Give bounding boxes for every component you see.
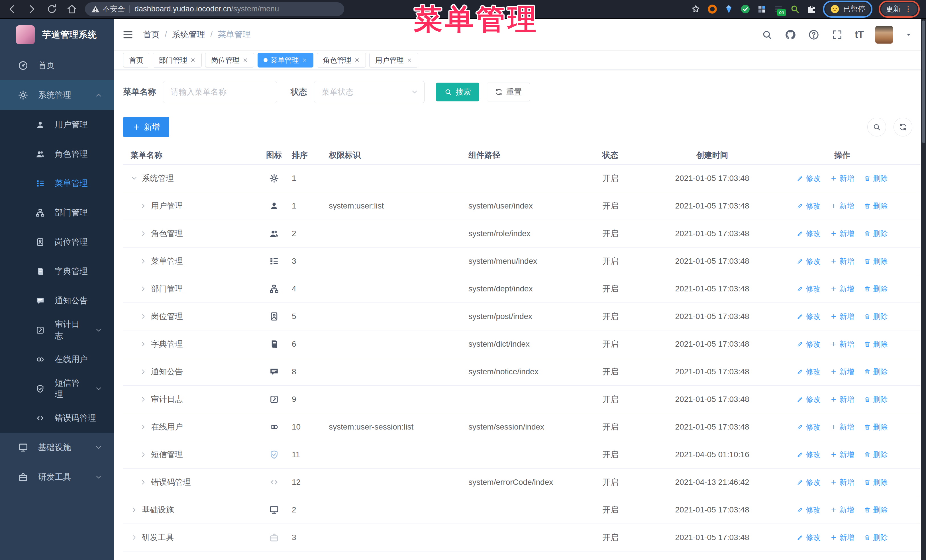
- expand-caret-right-icon[interactable]: [139, 451, 147, 458]
- row-edit-link[interactable]: 修改: [797, 422, 820, 432]
- security-warning-icon[interactable]: [91, 5, 100, 14]
- row-edit-link[interactable]: 修改: [797, 257, 820, 266]
- expand-caret-right-icon[interactable]: [139, 340, 147, 348]
- toggle-search-button[interactable]: [867, 118, 886, 136]
- sidebar-item-通知公告[interactable]: 通知公告: [0, 286, 114, 315]
- fullscreen-icon[interactable]: [831, 29, 843, 41]
- ext-on-icon[interactable]: on: [773, 4, 784, 14]
- row-edit-link[interactable]: 修改: [797, 477, 820, 488]
- row-edit-link[interactable]: 修改: [797, 312, 820, 322]
- user-avatar[interactable]: [875, 26, 893, 44]
- back-icon[interactable]: [6, 3, 18, 15]
- expand-caret-right-icon[interactable]: [139, 423, 147, 431]
- sidebar-item-错误码管理[interactable]: 错误码管理: [0, 403, 114, 433]
- tab-部门管理[interactable]: 部门管理: [153, 53, 202, 68]
- row-add-link[interactable]: 新增: [830, 174, 854, 183]
- address-bar[interactable]: 不安全 dashboard.yudao.iocoder.cn/system/me…: [85, 2, 344, 16]
- ext-orange-icon[interactable]: [707, 4, 717, 14]
- row-delete-link[interactable]: 删除: [864, 229, 888, 239]
- expand-caret-right-icon[interactable]: [139, 395, 147, 403]
- row-edit-link[interactable]: 修改: [797, 505, 820, 515]
- search-button[interactable]: 搜索: [436, 83, 479, 101]
- ext-green-check-icon[interactable]: [740, 4, 750, 14]
- sidebar-item-研发工具[interactable]: 研发工具: [0, 462, 114, 492]
- sidebar-item-用户管理[interactable]: 用户管理: [0, 110, 114, 139]
- row-edit-link[interactable]: 修改: [797, 367, 820, 377]
- refresh-table-button[interactable]: [894, 118, 912, 136]
- expand-caret-right-icon[interactable]: [139, 258, 147, 265]
- row-add-link[interactable]: 新增: [830, 505, 854, 515]
- row-delete-link[interactable]: 删除: [864, 450, 888, 460]
- row-delete-link[interactable]: 删除: [864, 201, 888, 211]
- row-delete-link[interactable]: 删除: [864, 257, 888, 266]
- expand-caret-right-icon[interactable]: [139, 368, 147, 376]
- expand-caret-right-icon[interactable]: [130, 534, 138, 541]
- row-add-link[interactable]: 新增: [830, 394, 854, 405]
- row-delete-link[interactable]: 删除: [864, 367, 888, 377]
- forward-icon[interactable]: [26, 3, 38, 15]
- row-delete-link[interactable]: 删除: [864, 339, 888, 349]
- row-add-link[interactable]: 新增: [830, 422, 854, 432]
- row-add-link[interactable]: 新增: [830, 367, 854, 377]
- sidebar-collapse-icon[interactable]: [122, 29, 134, 41]
- ext-grid-icon[interactable]: [757, 4, 767, 14]
- sidebar-item-基础设施[interactable]: 基础设施: [0, 433, 114, 462]
- row-delete-link[interactable]: 删除: [864, 505, 888, 515]
- row-delete-link[interactable]: 删除: [864, 477, 888, 488]
- sidebar-logo-row[interactable]: 芋道管理系统: [0, 19, 114, 51]
- sidebar-item-角色管理[interactable]: 角色管理: [0, 139, 114, 169]
- row-delete-link[interactable]: 删除: [864, 533, 888, 543]
- home-icon[interactable]: [66, 3, 77, 15]
- ext-magnifier-icon[interactable]: [790, 4, 800, 14]
- search-icon[interactable]: [761, 29, 773, 41]
- row-add-link[interactable]: 新增: [830, 450, 854, 460]
- expand-caret-right-icon[interactable]: [130, 506, 138, 513]
- font-size-icon[interactable]: tT: [855, 29, 863, 41]
- expand-caret-right-icon[interactable]: [139, 230, 147, 237]
- close-icon[interactable]: [354, 57, 360, 63]
- sidebar-item-审计日志[interactable]: 审计日志: [0, 315, 114, 345]
- row-add-link[interactable]: 新增: [830, 229, 854, 239]
- row-add-link[interactable]: 新增: [830, 284, 854, 294]
- row-delete-link[interactable]: 删除: [864, 174, 888, 183]
- sidebar-item-系统管理[interactable]: 系统管理: [0, 80, 114, 110]
- row-edit-link[interactable]: 修改: [797, 201, 820, 211]
- tab-菜单管理[interactable]: 菜单管理: [257, 53, 313, 68]
- row-edit-link[interactable]: 修改: [797, 394, 820, 405]
- row-edit-link[interactable]: 修改: [797, 450, 820, 460]
- profile-paused-chip[interactable]: 已暂停: [825, 3, 870, 16]
- expand-caret-right-icon[interactable]: [139, 285, 147, 293]
- sidebar-item-部门管理[interactable]: 部门管理: [0, 198, 114, 227]
- expand-caret-right-icon[interactable]: [139, 313, 147, 320]
- sidebar-item-首页[interactable]: 首页: [0, 51, 114, 80]
- row-edit-link[interactable]: 修改: [797, 533, 820, 543]
- tab-角色管理[interactable]: 角色管理: [317, 53, 366, 68]
- sidebar-item-字典管理[interactable]: 字典管理: [0, 257, 114, 286]
- close-icon[interactable]: [407, 57, 412, 63]
- add-menu-button[interactable]: 新增: [123, 117, 169, 137]
- sidebar-item-菜单管理[interactable]: 菜单管理: [0, 169, 114, 198]
- row-edit-link[interactable]: 修改: [797, 284, 820, 294]
- row-delete-link[interactable]: 删除: [864, 312, 888, 322]
- row-add-link[interactable]: 新增: [830, 477, 854, 488]
- close-icon[interactable]: [190, 57, 196, 63]
- reset-button[interactable]: 重置: [487, 83, 530, 101]
- browser-scrollbar[interactable]: [921, 19, 926, 560]
- ext-gem-icon[interactable]: [724, 4, 734, 14]
- tab-用户管理[interactable]: 用户管理: [369, 53, 418, 68]
- row-edit-link[interactable]: 修改: [797, 339, 820, 349]
- tab-岗位管理[interactable]: 岗位管理: [205, 53, 254, 68]
- close-icon[interactable]: [302, 57, 307, 63]
- browser-menu-dots-icon[interactable]: [904, 5, 912, 14]
- github-icon[interactable]: [785, 29, 796, 41]
- row-delete-link[interactable]: 删除: [864, 422, 888, 432]
- row-delete-link[interactable]: 删除: [864, 284, 888, 294]
- breadcrumb-item-首页[interactable]: 首页: [143, 29, 160, 41]
- row-add-link[interactable]: 新增: [830, 312, 854, 322]
- row-add-link[interactable]: 新增: [830, 257, 854, 266]
- row-edit-link[interactable]: 修改: [797, 174, 820, 183]
- sidebar-item-在线用户[interactable]: 在线用户: [0, 345, 114, 374]
- browser-update-button[interactable]: 更新: [881, 3, 917, 16]
- avatar-caret-down-icon[interactable]: [905, 31, 912, 38]
- ext-puzzle-icon[interactable]: [806, 4, 817, 14]
